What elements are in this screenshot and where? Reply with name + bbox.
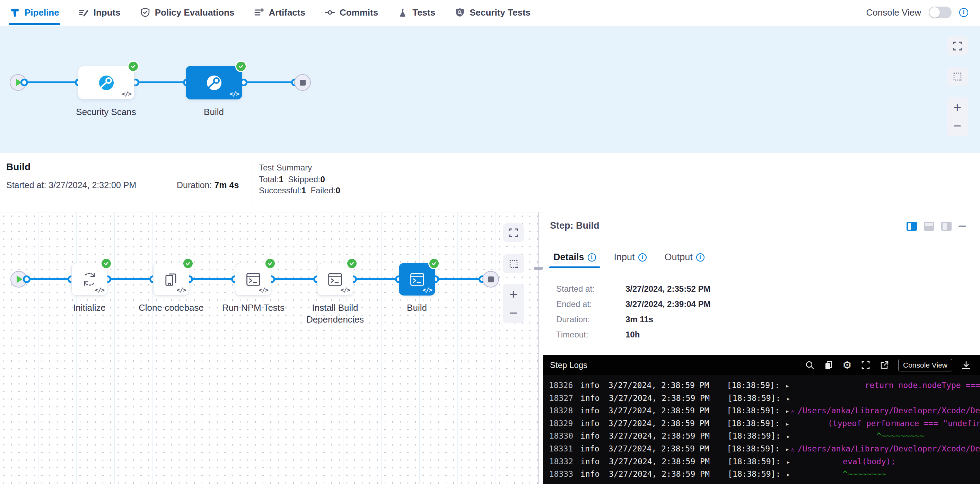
stage-end-node[interactable]	[294, 74, 311, 91]
artifacts-icon	[254, 7, 264, 17]
select-area-button[interactable]	[503, 254, 524, 273]
info-icon[interactable]: i	[638, 253, 647, 262]
detail-row-timeout: Timeout: 10h	[556, 330, 640, 340]
log-date: 3/27/2024, 2:38:59 PM	[609, 381, 710, 390]
fullscreen-icon	[508, 228, 519, 238]
log-level: info	[580, 419, 599, 428]
stop-icon	[300, 80, 305, 86]
console-view-button[interactable]: Console View	[898, 359, 952, 371]
play-icon	[17, 275, 22, 283]
log-row: 18330 info 3/27/2024, 2:38:59 PM [18:38:…	[542, 431, 980, 444]
log-row: 18328 info 3/27/2024, 2:38:59 PM [18:38:…	[542, 406, 980, 419]
zoom-out-button[interactable]: −	[508, 307, 519, 318]
expand-arrow-icon[interactable]: ▸	[786, 458, 794, 466]
log-line-number: 18327	[549, 394, 573, 403]
tab-commits[interactable]: Commits	[325, 0, 378, 25]
expand-arrow-icon[interactable]: ▸	[786, 407, 791, 415]
tab-inputs[interactable]: Inputs	[79, 0, 121, 25]
select-area-button[interactable]	[947, 67, 968, 86]
layout-horizontal-split-icon[interactable]	[924, 222, 934, 231]
security-scan-icon	[204, 73, 224, 93]
step-node-label: Initialize	[73, 302, 106, 314]
step-panel-tabs: Details i Input i Output i	[542, 247, 980, 268]
step-logs-header: Step Logs ⚙ Console View	[542, 355, 980, 375]
stage-title: Build	[6, 162, 30, 173]
tab-tests[interactable]: Tests	[398, 0, 435, 25]
layout-right-panel-icon[interactable]	[941, 222, 951, 231]
expand-arrow-icon[interactable]: ▸	[786, 445, 791, 453]
stage-node-build[interactable]: </>	[186, 66, 242, 100]
success-badge	[235, 60, 247, 72]
log-line-number: 18333	[549, 470, 573, 478]
zoom-in-button[interactable]: +	[952, 102, 963, 113]
log-console-time: [18:38:59]:	[727, 406, 780, 415]
active-tab-underline	[549, 267, 600, 268]
tab-policy-evaluations[interactable]: Policy Evaluations	[140, 0, 235, 25]
step-node-label: Clone codebase	[138, 302, 204, 314]
tab-security-tests[interactable]: Security Tests	[455, 0, 531, 25]
tab-input[interactable]: Input i	[614, 247, 647, 268]
tab-label: Artifacts	[269, 7, 305, 18]
zoom-out-button[interactable]: −	[952, 120, 963, 131]
info-icon[interactable]: i	[959, 8, 968, 17]
stage-started-at: Started at: 3/27/2024, 2:32:00 PM	[6, 180, 136, 190]
fullscreen-icon[interactable]	[861, 360, 870, 370]
stage-node-security-scans[interactable]: </>	[78, 66, 134, 100]
terminal-icon	[244, 270, 262, 288]
marquee-select-icon	[508, 259, 519, 269]
zoom-controls: + −	[503, 284, 524, 323]
expand-arrow-icon[interactable]: ▸	[786, 420, 789, 427]
log-console-time: [18:38:59]:	[727, 381, 780, 390]
active-tab-underline	[9, 23, 60, 25]
step-node-build[interactable]: </>	[399, 263, 435, 295]
yaml-code-icon: </>	[122, 90, 131, 97]
tab-pipeline[interactable]: Pipeline	[10, 0, 59, 25]
log-body[interactable]: 18326 info 3/27/2024, 2:38:59 PM [18:38:…	[542, 375, 980, 484]
info-icon[interactable]: i	[696, 253, 705, 262]
fullscreen-button[interactable]	[947, 36, 968, 56]
stage-summary: Build Started at: 3/27/2024, 2:32:00 PM …	[0, 153, 980, 212]
expand-arrow-icon[interactable]: ▸	[786, 470, 794, 478]
console-view-toggle[interactable]	[929, 6, 951, 18]
tab-label: Details	[554, 252, 584, 263]
download-icon[interactable]	[961, 360, 971, 370]
layout-vertical-split-icon[interactable]	[907, 222, 917, 231]
panel-resize-divider[interactable]	[538, 212, 539, 484]
minimize-panel-icon[interactable]	[959, 225, 966, 227]
panel-resize-handle[interactable]	[534, 267, 543, 270]
detail-value: 3m 11s	[625, 314, 653, 324]
policy-shield-icon	[140, 7, 150, 17]
log-message: (typeof performance === "undefine	[789, 419, 980, 428]
tab-artifacts[interactable]: Artifacts	[254, 0, 305, 25]
info-icon[interactable]: i	[588, 253, 596, 262]
log-message: ^~~~~~~~~	[804, 470, 886, 478]
log-message: /Users/anka/Library/Developer/Xcode/De	[798, 406, 980, 415]
expand-arrow-icon[interactable]: ▸	[786, 395, 794, 402]
tab-details[interactable]: Details i	[554, 247, 596, 268]
fullscreen-button[interactable]	[503, 223, 524, 242]
step-node-initialize[interactable]: </>	[72, 263, 107, 295]
failed-value: 0	[336, 186, 340, 195]
total-value: 1	[278, 175, 283, 184]
log-message: /Users/anka/Library/Developer/Xcode/De	[798, 444, 980, 453]
step-end-node[interactable]	[482, 271, 499, 287]
tab-output[interactable]: Output i	[665, 247, 705, 268]
security-scan-icon	[96, 73, 116, 93]
tab-label: Commits	[340, 7, 378, 18]
terminal-icon	[326, 270, 344, 288]
expand-arrow-icon[interactable]: ▸	[786, 382, 789, 389]
log-line-number: 18332	[549, 457, 573, 466]
search-icon[interactable]	[805, 360, 815, 370]
step-node-clone-codebase[interactable]: </>	[153, 263, 189, 295]
stage-duration: Duration: 7m 4s	[177, 180, 239, 190]
expand-arrow-icon[interactable]: ▸	[786, 432, 794, 440]
step-node-label: Run NPM Tests	[222, 302, 285, 314]
step-graph-canvas: </> </>	[0, 212, 542, 484]
detail-row-started: Started at: 3/27/2024, 2:35:52 PM	[556, 284, 711, 294]
open-in-new-icon[interactable]	[880, 360, 889, 370]
zoom-in-button[interactable]: +	[508, 289, 519, 300]
step-node-install-build-dependencies[interactable]: </>	[317, 263, 353, 295]
step-node-run-npm-tests[interactable]: </>	[235, 263, 271, 295]
copy-icon[interactable]	[824, 360, 834, 370]
settings-gear-icon[interactable]: ⚙	[842, 360, 852, 370]
